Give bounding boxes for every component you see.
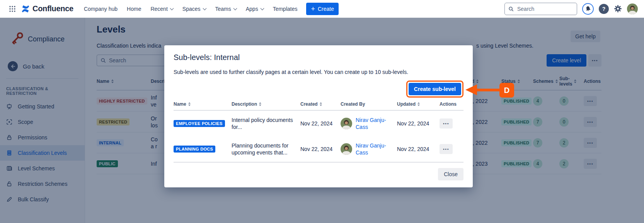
sort-icon — [320, 102, 322, 106]
annotation-label: D — [499, 83, 514, 98]
app-switcher-icon[interactable] — [6, 3, 19, 14]
annotation-arrow-shaft — [475, 89, 499, 91]
column-header-description[interactable]: Description — [232, 101, 300, 107]
column-header-updated[interactable]: Updated — [397, 101, 440, 107]
search-icon — [508, 6, 514, 12]
created-by-cell: Nirav Ganju-Cass — [341, 117, 397, 130]
updated-cell: Nov 22, 2024 — [397, 146, 440, 152]
confluence-logo-icon — [21, 4, 30, 14]
annotation-highlight-box: Create sub-level — [406, 81, 463, 98]
sort-icon — [417, 102, 420, 106]
nav-item-apps[interactable]: Apps — [242, 3, 268, 15]
column-header-created-by: Created By — [341, 101, 397, 107]
gear-icon — [614, 5, 622, 13]
user-avatar — [341, 143, 352, 155]
create-sub-level-button[interactable]: Create sub-level — [409, 83, 461, 95]
close-button[interactable]: Close — [438, 168, 463, 180]
notifications-button[interactable] — [582, 3, 594, 15]
chevron-down-icon — [260, 6, 264, 10]
plus-icon: + — [311, 5, 315, 12]
nav-item-teams[interactable]: Teams — [211, 3, 241, 15]
user-avatar[interactable] — [627, 3, 638, 14]
updated-cell: Nov 22, 2024 — [397, 120, 440, 127]
chevron-down-icon — [233, 6, 237, 10]
logo-text: Confluence — [32, 4, 73, 13]
global-search[interactable] — [504, 3, 577, 15]
row-actions-button[interactable]: ••• — [440, 118, 453, 129]
created-cell: Nov 22, 2024 — [300, 146, 341, 152]
column-header-name[interactable]: Name — [174, 101, 232, 107]
created-by-cell: Nirav Ganju-Cass — [341, 142, 397, 156]
help-button[interactable]: ? — [599, 4, 609, 14]
row-actions-button[interactable]: ••• — [440, 144, 453, 154]
sub-level-row: PLANNING DOCS Planning documents for upc… — [174, 136, 463, 162]
chevron-down-icon — [203, 6, 206, 10]
page-content: Compliance Go back CLASSIFICATION & REST… — [0, 18, 644, 223]
column-header-actions: Actions — [440, 101, 463, 107]
sub-level-description: Planning documents for upcoming events t… — [232, 142, 294, 156]
sub-level-badge: EMPLOYEE POLICIES — [174, 120, 225, 127]
created-by-link[interactable]: Nirav Ganju-Cass — [356, 142, 391, 156]
created-by-link[interactable]: Nirav Ganju-Cass — [356, 117, 391, 130]
search-input[interactable] — [516, 5, 566, 12]
sort-icon — [259, 102, 261, 106]
modal-title: Sub-levels: Internal — [174, 53, 463, 62]
user-avatar — [341, 118, 352, 129]
modal-description: Sub-levels are used to further classify … — [174, 69, 463, 75]
nav-item-home[interactable]: Home — [123, 3, 145, 15]
sub-level-badge: PLANNING DOCS — [174, 146, 215, 153]
create-button[interactable]: + Create — [306, 3, 339, 15]
settings-button[interactable] — [614, 5, 622, 13]
sort-icon — [188, 102, 191, 106]
nav-item-company-hub[interactable]: Company hub — [80, 3, 122, 15]
sub-level-row: EMPLOYEE POLICIES Internal policy docume… — [174, 111, 463, 136]
nav-item-spaces[interactable]: Spaces — [178, 3, 210, 15]
top-nav: Confluence Company hub Home Recent Space… — [0, 0, 644, 18]
sub-levels-modal: Sub-levels: Internal Sub-levels are used… — [164, 45, 473, 187]
confluence-logo[interactable]: Confluence — [21, 4, 73, 14]
modal-table-header: Name Description Created Created By Upda… — [174, 101, 463, 111]
column-header-created[interactable]: Created — [300, 101, 341, 107]
nav-item-recent[interactable]: Recent — [146, 3, 177, 15]
sub-level-description: Internal policy documents for... — [232, 117, 294, 130]
created-cell: Nov 22, 2024 — [300, 120, 341, 127]
chevron-down-icon — [170, 6, 174, 10]
bell-icon — [584, 5, 591, 12]
nav-item-templates[interactable]: Templates — [269, 3, 302, 15]
